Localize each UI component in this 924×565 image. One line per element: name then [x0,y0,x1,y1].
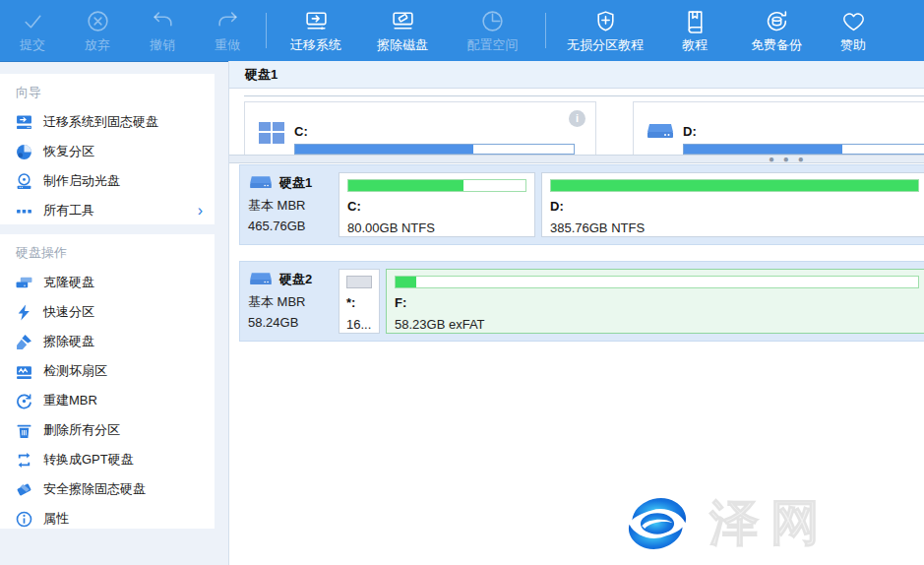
usage-bar [550,179,919,192]
partition-card-d[interactable]: D: 385.76GB NTFS [541,172,924,237]
toolbar-discard-button[interactable]: 放弃 [65,0,130,61]
toolbar-migrate-system-button[interactable]: 迁移系统 [273,0,359,61]
partition-label: C: [347,199,526,214]
toolbar-label: 放弃 [85,36,110,54]
usage-bar [346,276,372,288]
ssd-migrate-icon [16,114,32,131]
sidebar-section-title: 硬盘操作 [0,234,215,268]
disk-name: 硬盘2 [279,271,312,288]
sidebar-item-check-bad-sectors[interactable]: 检测坏扇区 [0,356,215,386]
toolbar-undo-button[interactable]: 撤销 [130,0,195,61]
boot-disc-icon [16,173,32,190]
partition-label: F: [395,295,919,310]
all-tools-icon [16,203,32,220]
partition-size: 16... [346,317,372,332]
shield-plus-icon [593,9,618,33]
toolbar-allocate-space-button[interactable]: 配置空间 [446,0,539,61]
redo-icon [216,9,240,33]
drag-dots-icon: ● ● ● [769,157,807,161]
sidebar-section-title: 向导 [0,74,215,107]
overview-splitter-handle[interactable]: ● ● ● [229,155,924,163]
partition-label: D: [550,199,919,214]
sidebar-item-rebuild-mbr[interactable]: 重建MBR [0,386,215,415]
wipe-brush-icon [16,334,32,350]
pie-space-icon [480,9,505,33]
toolbar-tutorial-button[interactable]: 教程 [658,0,731,61]
sidebar-wizard-section: 向导 迁移系统到固态硬盘 恢复分区 制作启动光盘 所有工具 › [0,74,215,224]
overview-volume-d[interactable]: D: [633,101,924,155]
clone-disk-icon [16,275,32,291]
usage-bar [347,179,526,192]
usage-bar [294,144,575,155]
sidebar-item-label: 重建MBR [43,392,97,409]
sidebar-item-label: 迁移系统到固态硬盘 [43,113,158,131]
eraser-icon [16,481,32,498]
tab-disk1[interactable]: 硬盘1 [229,61,293,88]
watermark-logo-icon [619,492,696,555]
toolbar-label: 教程 [682,36,708,54]
sidebar-item-label: 擦除硬盘 [43,333,94,350]
sidebar-item-clone-disk[interactable]: 克隆硬盘 [0,268,215,297]
partition-label: *: [346,295,372,310]
disk-info[interactable]: 硬盘2 基本 MBR 58.24GB [248,269,339,334]
check-icon [21,9,45,33]
sidebar-item-wipe-disk[interactable]: 擦除硬盘 [0,327,215,356]
disk-name: 硬盘1 [279,174,312,192]
toolbar-submit-button[interactable]: 提交 [0,0,65,61]
sidebar-item-label: 所有工具 [43,202,94,220]
partition-size: 385.76GB NTFS [550,220,919,235]
circle-x-icon [86,9,110,33]
drive-migrate-icon [304,9,329,33]
partition-card-c[interactable]: C: 80.00GB NTFS [339,172,535,237]
sidebar-item-secure-erase-ssd[interactable]: 安全擦除固态硬盘 [0,474,215,504]
sidebar-item-properties[interactable]: 属性 [0,504,215,534]
sidebar-item-label: 克隆硬盘 [43,274,94,291]
disk-size: 58.24GB [248,315,339,330]
sidebar-item-label: 属性 [43,510,69,528]
sidebar-item-recover-partition[interactable]: 恢复分区 [0,137,215,166]
toolbar-erase-disk-button[interactable]: 擦除磁盘 [359,0,446,61]
disk-info[interactable]: 硬盘1 基本 MBR 465.76GB [248,172,339,237]
sidebar-item-convert-to-gpt[interactable]: 转换成GPT硬盘 [0,445,215,474]
sidebar-item-migrate-os-to-ssd[interactable]: 迁移系统到固态硬盘 [0,107,215,137]
toolbar-label: 提交 [20,36,45,54]
windows-logo-icon [259,122,284,144]
main-panel: 硬盘1 C: i D: ● [228,61,924,565]
sidebar-item-label: 转换成GPT硬盘 [43,451,134,469]
chevron-right-icon: › [198,203,203,219]
toolbar-label: 撤销 [150,36,175,54]
divider [244,95,924,96]
toolbar-redo-button[interactable]: 重做 [195,0,260,61]
watermark-text: 泽网 [709,490,832,556]
partition-card-star[interactable]: *: 16... [339,269,380,334]
toolbar-partition-tutorial-button[interactable]: 无损分区教程 [552,0,658,61]
disk-size: 465.76GB [248,219,339,233]
toolbar-label: 赞助 [840,36,866,54]
recover-partition-icon [16,144,32,160]
info-badge-icon[interactable]: i [569,110,585,127]
tab-bar: 硬盘1 [229,61,924,89]
toolbar-separator [545,13,546,48]
sidebar-item-all-tools[interactable]: 所有工具 › [0,196,215,225]
disk-row-2: 硬盘2 基本 MBR 58.24GB *: 16... F: 58.23GB e… [239,261,924,342]
disk-drive-icon [248,270,274,289]
overview-volume-c[interactable]: C: i [244,101,596,155]
backup-icon [765,9,789,33]
sidebar-item-delete-all-partitions[interactable]: 删除所有分区 [0,415,215,445]
sidebar-item-label: 删除所有分区 [43,421,120,439]
toolbar-label: 迁移系统 [290,36,341,54]
sidebar-item-label: 安全擦除固态硬盘 [43,480,146,498]
toolbar-label: 重做 [215,36,240,54]
drive-eraser-icon [391,9,415,33]
toolbar-free-backup-button[interactable]: 免费备份 [731,0,822,61]
undo-icon [151,9,175,33]
rebuild-mbr-icon [16,393,32,409]
sidebar-item-make-bootable-media[interactable]: 制作启动光盘 [0,166,215,196]
partition-size: 80.00GB NTFS [347,220,526,235]
sidebar-item-quick-partition[interactable]: 快速分区 [0,297,215,327]
partition-card-f[interactable]: F: 58.23GB exFAT [386,269,924,334]
disk-type: 基本 MBR [248,197,339,215]
volume-name: C: [294,124,308,139]
disk-drive-icon [248,173,274,193]
toolbar-donate-button[interactable]: 赞助 [822,0,885,61]
